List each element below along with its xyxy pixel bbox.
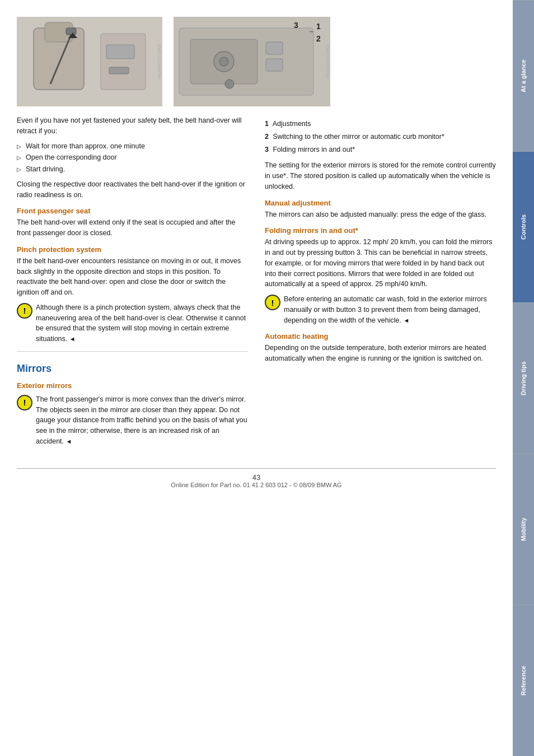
svg-rect-8 [109,67,129,74]
svg-rect-16 [266,59,283,71]
svg-text:→: → [308,28,314,35]
sidebar-tab-driving-tips[interactable]: Driving tips [513,302,534,454]
numbered-item-3: 3 Folding mirrors in and out* [265,144,496,155]
exterior-warning-text: The front passenger's mirror is more con… [36,394,248,447]
sidebar-tab-at-a-glance[interactable]: At a glance [513,0,534,151]
return-arrow-3: ◄ [403,317,409,324]
sidebar-tab-reference[interactable]: Reference [513,605,534,756]
front-seat-text: The belt hand-over will extend only if t… [17,217,248,239]
bullet-item-2: Open the corresponding door [17,152,248,163]
stored-setting-text: The setting for the exterior mirrors is … [265,160,496,192]
svg-text:3: 3 [294,21,298,30]
folding-warning-text: Before entering an automatic car wash, f… [284,294,496,325]
car-interior-svg: EM2C-0123456789 [17,17,162,106]
intro-text: Even if you have not yet fastened your s… [17,115,248,137]
main-content: EM2C-0123456789 3 [0,0,513,756]
warning-icon-folding: ! [265,295,280,310]
pinch-text: If the belt hand-over encounters resista… [17,256,248,298]
manual-heading: Manual adjustment [265,199,496,207]
svg-rect-15 [266,42,283,54]
separator-1 [17,351,248,352]
footer-text: Online Edition for Part no. 01 41 2 603 … [17,482,496,488]
front-seat-heading: Front passenger seat [17,207,248,215]
left-column: Even if you have not yet fastened your s… [17,115,248,451]
folding-warning-box: ! Before entering an automatic car wash,… [265,294,496,325]
mirror-controls-svg: 3 → 1 2 EM2C-0678901234 [174,17,330,106]
return-arrow-1: ◄ [69,335,76,342]
numbered-item-1: 1 Adjustments [265,119,496,129]
svg-text:2: 2 [316,34,321,43]
two-col-content: Even if you have not yet fastened your s… [17,115,496,451]
image-right: 3 → 1 2 EM2C-0678901234 [174,17,330,106]
door-close-text: Closing the respective door reactivates … [17,179,248,200]
auto-heat-text: Depending on the outside temperature, bo… [265,343,496,364]
warning-icon-pinch: ! [17,303,32,319]
exterior-warning-box: ! The front passenger's mirror is more c… [17,394,248,447]
numbered-item-2: 2 Switching to the other mirror or autom… [265,132,496,142]
svg-point-21 [225,80,234,88]
pinch-warning-text: Although there is a pinch protection sys… [36,302,248,344]
svg-rect-7 [106,45,134,59]
bullet-item-3: Start driving. [17,164,248,175]
svg-rect-4 [66,28,76,35]
svg-rect-6 [101,34,146,90]
sidebar-tab-controls[interactable]: Controls [513,151,534,302]
mirrors-heading: Mirrors [17,363,248,375]
pinch-heading: Pinch protection system [17,245,248,254]
folding-text: At driving speeds up to approx. 12 mph/ … [265,237,496,290]
sidebar: At a glance Controls Driving tips Mobili… [513,0,534,756]
folding-heading: Folding mirrors in and out* [265,226,496,235]
manual-text: The mirrors can also be adjusted manuall… [265,209,496,220]
bullet-list: Wait for more than approx. one minute Op… [17,141,248,175]
page-number: 43 [17,473,496,482]
svg-point-14 [219,57,228,66]
return-arrow-2: ◄ [66,438,72,445]
image-left: EM2C-0123456789 [17,17,162,106]
bullet-item-1: Wait for more than approx. one minute [17,141,248,152]
page-footer: 43 Online Edition for Part no. 01 41 2 6… [17,468,496,488]
auto-heat-heading: Automatic heating [265,332,496,340]
numbered-list: 1 Adjustments 2 Switching to the other m… [265,119,496,155]
right-column: 1 Adjustments 2 Switching to the other m… [265,115,496,451]
svg-text:EM2C-0123456789: EM2C-0123456789 [157,45,161,79]
sidebar-tab-mobility[interactable]: Mobility [513,454,534,605]
svg-text:1: 1 [316,22,321,31]
images-row: EM2C-0123456789 3 [17,17,496,106]
exterior-heading: Exterior mirrors [17,381,248,390]
pinch-warning-box: ! Although there is a pinch protection s… [17,302,248,344]
warning-icon-exterior: ! [17,395,32,410]
svg-text:EM2C-0678901234: EM2C-0678901234 [326,45,330,79]
